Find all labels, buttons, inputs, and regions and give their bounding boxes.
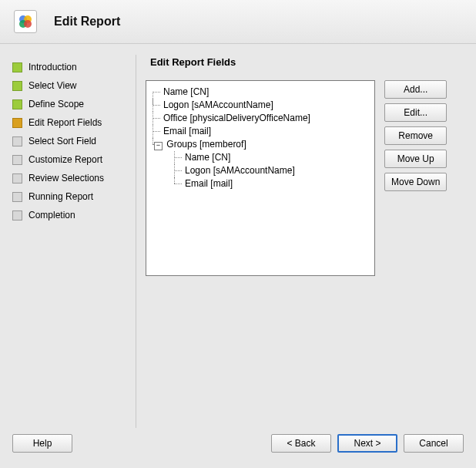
step-running-report[interactable]: Running Report <box>11 187 132 206</box>
help-button[interactable]: Help <box>12 434 72 453</box>
tree-item[interactable]: Name [CN] <box>153 86 371 99</box>
tree-item-groups[interactable]: − Groups [memberof] Name [CN] Logon [sAM… <box>153 138 371 190</box>
step-bullet-icon <box>12 210 22 221</box>
wizard-header: Edit Report <box>0 0 476 44</box>
move-up-button[interactable]: Move Up <box>384 150 447 168</box>
step-label: Define Scope <box>28 99 84 109</box>
step-label: Running Report <box>28 191 93 202</box>
step-select-view[interactable]: Select View <box>11 76 132 95</box>
add-button[interactable]: Add... <box>384 80 447 99</box>
tree-item[interactable]: Email [mail] <box>153 125 371 138</box>
tree-item-label: Logon [sAMAccountName] <box>185 165 295 176</box>
step-edit-report-fields[interactable]: Edit Report Fields <box>11 113 132 132</box>
field-action-buttons: Add... Edit... Remove Move Up Move Down <box>384 80 447 196</box>
step-bullet-icon <box>12 118 22 128</box>
remove-button[interactable]: Remove <box>384 126 447 145</box>
step-completion[interactable]: Completion <box>11 206 132 224</box>
tree-item[interactable]: Name [CN] <box>174 151 371 164</box>
step-label: Review Selections <box>28 173 104 183</box>
vertical-divider <box>136 55 136 428</box>
fields-row: Name [CN] Logon [sAMAccountName] Office … <box>146 80 465 276</box>
collapse-icon[interactable]: − <box>154 142 163 150</box>
back-button[interactable]: < Back <box>271 434 331 453</box>
edit-button[interactable]: Edit... <box>384 103 447 122</box>
step-bullet-icon <box>12 173 22 183</box>
move-down-button[interactable]: Move Down <box>384 173 447 191</box>
step-label: Introduction <box>28 62 77 72</box>
step-introduction[interactable]: Introduction <box>11 58 132 76</box>
step-define-scope[interactable]: Define Scope <box>11 95 132 113</box>
wizard-main: Edit Report Fields Name [CN] Logon [sAMA… <box>146 55 465 428</box>
tree-item-label: Groups [memberof] <box>166 139 246 150</box>
tree-item-label: Office [physicalDeliveryOfficeName] <box>163 113 310 123</box>
tree-item-label: Name [CN] <box>163 86 209 97</box>
step-bullet-icon <box>12 136 22 146</box>
tree-item[interactable]: Email [mail] <box>174 177 371 190</box>
step-label: Customize Report <box>28 154 102 165</box>
step-select-sort-field[interactable]: Select Sort Field <box>11 132 132 150</box>
step-bullet-icon <box>12 99 22 109</box>
tree-item[interactable]: Office [physicalDeliveryOfficeName] <box>153 112 371 125</box>
tree-item-label: Email [mail] <box>163 126 211 136</box>
tree-item[interactable]: Logon [sAMAccountName] <box>174 164 371 177</box>
tree-item-label: Logon [sAMAccountName] <box>163 99 273 110</box>
step-bullet-icon <box>12 81 22 91</box>
fields-tree[interactable]: Name [CN] Logon [sAMAccountName] Office … <box>146 80 375 276</box>
step-label: Edit Report Fields <box>28 117 102 128</box>
wizard-steps: Introduction Select View Define Scope Ed… <box>11 55 132 428</box>
page-title: Edit Report Fields <box>150 56 465 68</box>
wizard-window: Edit Report Introduction Select View Def… <box>0 0 476 468</box>
tree-item[interactable]: Logon [sAMAccountName] <box>153 99 371 112</box>
step-bullet-icon <box>12 155 22 165</box>
next-button[interactable]: Next > <box>337 434 397 453</box>
wizard-title: Edit Report <box>54 15 120 29</box>
step-label: Completion <box>28 210 75 221</box>
cancel-button[interactable]: Cancel <box>404 434 464 453</box>
tree-item-label: Email [mail] <box>185 178 233 189</box>
step-label: Select View <box>28 80 76 91</box>
wizard-body: Introduction Select View Define Scope Ed… <box>0 44 476 428</box>
step-bullet-icon <box>12 62 22 72</box>
tree-item-label: Name [CN] <box>185 152 230 163</box>
app-icon <box>14 10 37 33</box>
svg-point-3 <box>24 20 32 28</box>
step-customize-report[interactable]: Customize Report <box>11 150 132 169</box>
step-review-selections[interactable]: Review Selections <box>11 169 132 187</box>
wizard-footer: Help < Back Next > Cancel <box>0 428 476 468</box>
step-label: Select Sort Field <box>28 136 96 146</box>
step-bullet-icon <box>12 192 22 202</box>
